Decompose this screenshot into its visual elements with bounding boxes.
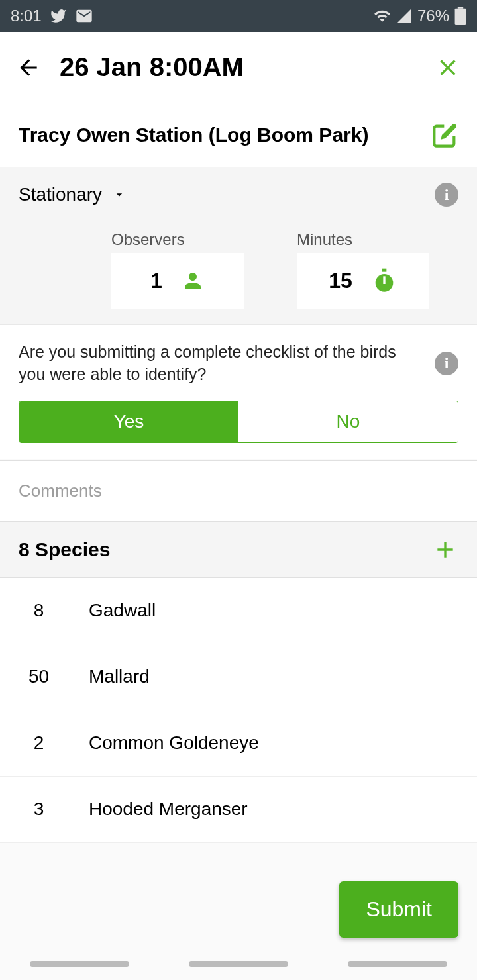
observers-value: 1 xyxy=(150,269,162,293)
submit-button[interactable]: Submit xyxy=(339,881,458,938)
edit-icon[interactable] xyxy=(432,122,458,148)
species-list: 8 Gadwall 50 Mallard 2 Common Goldeneye … xyxy=(0,578,477,843)
svg-rect-1 xyxy=(458,7,463,9)
observers-label: Observers xyxy=(111,230,244,249)
svg-rect-0 xyxy=(455,9,466,25)
status-bar: 8:01 76% xyxy=(0,0,477,32)
minutes-value: 15 xyxy=(329,269,352,293)
no-button[interactable]: No xyxy=(238,401,458,442)
species-row[interactable]: 8 Gadwall xyxy=(0,578,477,644)
minutes-label: Minutes xyxy=(297,230,429,249)
yes-no-toggle: Yes No xyxy=(19,401,458,443)
species-count: 3 xyxy=(0,777,78,842)
species-name: Common Goldeneye xyxy=(78,732,259,754)
checklist-question-text: Are you submitting a complete checklist … xyxy=(19,341,421,386)
page-title: 26 Jan 8:00AM xyxy=(60,52,244,82)
protocol-section: Stationary i Observers 1 Minutes 15 xyxy=(0,167,477,324)
protocol-type: Stationary xyxy=(19,184,102,205)
species-header: 8 Species xyxy=(0,522,477,578)
species-count: 8 xyxy=(0,578,78,644)
species-name: Gadwall xyxy=(78,600,156,621)
info-icon[interactable]: i xyxy=(435,352,458,375)
twitter-icon xyxy=(50,7,67,24)
observers-block[interactable]: Observers 1 xyxy=(111,230,244,309)
species-count-title: 8 Species xyxy=(19,538,432,561)
add-species-icon[interactable] xyxy=(432,536,458,563)
signal-icon xyxy=(396,8,412,24)
back-arrow-icon[interactable] xyxy=(16,55,41,80)
species-count: 50 xyxy=(0,644,78,710)
species-name: Mallard xyxy=(78,666,150,687)
svg-rect-4 xyxy=(383,276,385,284)
comments-field[interactable]: Comments xyxy=(0,460,477,522)
wifi-icon xyxy=(374,7,391,24)
app-header: 26 Jan 8:00AM xyxy=(0,32,477,103)
status-battery-text: 76% xyxy=(417,7,449,25)
nav-recent[interactable] xyxy=(30,961,129,967)
species-name: Hooded Merganser xyxy=(78,799,248,820)
protocol-dropdown[interactable]: Stationary xyxy=(19,184,126,205)
checklist-question-section: Are you submitting a complete checklist … xyxy=(0,324,477,459)
android-nav-bar xyxy=(0,948,477,980)
svg-rect-3 xyxy=(382,269,386,272)
yes-button[interactable]: Yes xyxy=(19,401,238,442)
battery-icon xyxy=(454,7,466,25)
stopwatch-icon xyxy=(371,268,398,294)
species-row[interactable]: 50 Mallard xyxy=(0,644,477,710)
person-icon xyxy=(181,269,205,293)
nav-back[interactable] xyxy=(348,961,447,967)
species-row[interactable]: 2 Common Goldeneye xyxy=(0,710,477,777)
location-row: Tracy Owen Station (Log Boom Park) xyxy=(0,103,477,167)
close-icon[interactable] xyxy=(435,54,461,81)
status-time: 8:01 xyxy=(11,7,42,25)
species-row[interactable]: 3 Hooded Merganser xyxy=(0,777,477,843)
mail-icon xyxy=(75,7,93,25)
location-name: Tracy Owen Station (Log Boom Park) xyxy=(19,124,432,146)
minutes-block[interactable]: Minutes 15 xyxy=(297,230,429,309)
chevron-down-icon xyxy=(113,188,126,201)
species-count: 2 xyxy=(0,710,78,776)
info-icon[interactable]: i xyxy=(435,183,458,207)
nav-home[interactable] xyxy=(189,961,288,967)
